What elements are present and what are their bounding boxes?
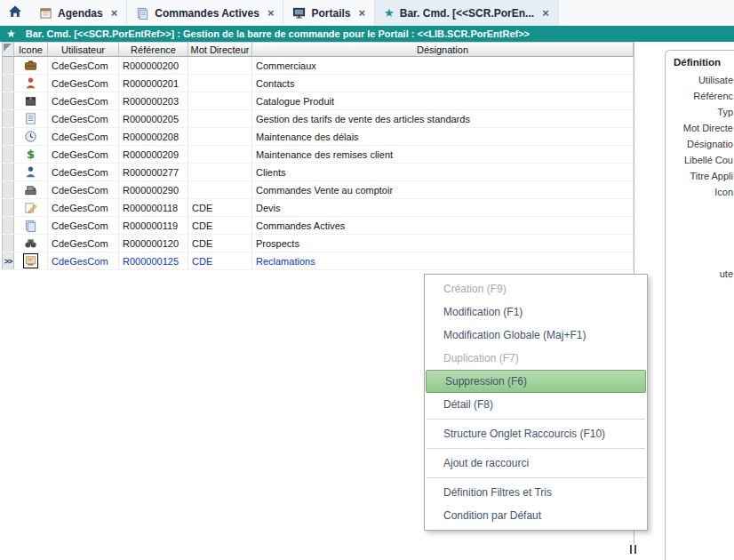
cell-reference[interactable]: R000000208 (119, 128, 188, 145)
table-row-contacts[interactable]: CdeGesComR000000201Contacts (2, 75, 634, 92)
cell-keyword[interactable]: CDE (188, 252, 252, 269)
table-row-commandes-actives[interactable]: CdeGesComR000000119CDECommandes Actives (2, 217, 634, 235)
tab-close-icon[interactable]: × (542, 7, 549, 19)
table-row-clients[interactable]: CdeGesComR000000277Clients (2, 164, 634, 181)
cell-user[interactable]: CdeGesCom (48, 128, 119, 145)
cell-keyword[interactable] (188, 75, 252, 92)
cell-designation[interactable]: Maintenance des remises client (252, 146, 634, 163)
cell-designation[interactable]: Reclamations (252, 252, 634, 269)
row-selector[interactable] (2, 57, 14, 74)
row-icon-cell[interactable] (14, 199, 48, 216)
column-header-mot-directeur[interactable]: Mot Directeur (188, 42, 252, 57)
row-selector[interactable]: >> (2, 252, 14, 269)
row-selector[interactable] (2, 128, 14, 145)
row-selector[interactable] (2, 235, 14, 252)
table-row-devis[interactable]: CdeGesComR000000118CDEDevis (2, 199, 634, 217)
cell-keyword[interactable]: CDE (188, 199, 252, 216)
cell-designation[interactable]: Commandes Vente au comptoir (252, 181, 634, 198)
cell-user[interactable]: CdeGesCom (48, 217, 119, 234)
menu-item-structure-onglet-raccourcis-f10[interactable]: Structure Onglet Raccourcis (F10) (425, 422, 647, 445)
menu-item-detail-f8[interactable]: Détail (F8) (425, 393, 647, 416)
grid-corner-cell[interactable] (2, 42, 14, 57)
table-row-prospects[interactable]: CdeGesComR000000120CDEProspects (2, 235, 634, 252)
cell-reference[interactable]: R000000118 (119, 199, 188, 216)
column-header-designation[interactable]: Désignation (252, 42, 634, 57)
cell-designation[interactable]: Catalogue Produit (252, 92, 634, 109)
table-row-maintenance-des-remises-client[interactable]: $CdeGesComR000000209Maintenance des remi… (2, 146, 634, 164)
row-icon-cell[interactable] (14, 217, 48, 234)
row-icon-cell[interactable] (14, 110, 48, 127)
row-selector[interactable] (2, 92, 14, 109)
cell-designation[interactable]: Gestion des tarifs de vente des articles… (252, 110, 634, 127)
column-header-icone[interactable]: Icone (14, 42, 48, 57)
row-selector[interactable] (2, 217, 14, 234)
cell-designation[interactable]: Contacts (252, 75, 634, 92)
cell-reference[interactable]: R000000203 (119, 92, 188, 109)
tab-agendas[interactable]: Agendas× (30, 0, 127, 26)
cell-designation[interactable]: Prospects (252, 235, 634, 252)
tab-bar-cmd-scr-poren[interactable]: ★Bar. Cmd. [<<SCR.PorEn...× (375, 0, 559, 26)
row-icon-cell[interactable]: $ (14, 146, 48, 163)
cell-reference[interactable]: R000000200 (119, 57, 188, 74)
cell-reference[interactable]: R000000209 (119, 146, 188, 163)
cell-reference[interactable]: R000000277 (119, 164, 188, 180)
column-header-utilisateur[interactable]: Utilisateur (48, 42, 119, 57)
row-selector[interactable] (2, 110, 14, 127)
cell-keyword[interactable] (188, 146, 252, 163)
tab-portails[interactable]: Portails× (283, 0, 375, 26)
cell-keyword[interactable] (188, 181, 252, 198)
row-selector[interactable] (2, 164, 14, 180)
tab-commandes-actives[interactable]: Commandes Actives× (127, 0, 283, 26)
cell-user[interactable]: CdeGesCom (48, 146, 119, 163)
cell-user[interactable]: CdeGesCom (48, 235, 119, 252)
cell-reference[interactable]: R000000125 (119, 252, 188, 269)
cell-keyword[interactable]: CDE (188, 217, 252, 234)
row-icon-cell[interactable] (14, 128, 48, 145)
row-selector[interactable] (2, 146, 14, 163)
home-button[interactable] (0, 0, 30, 26)
table-row-catalogue-produit[interactable]: CdeGesComR000000203Catalogue Produit (2, 92, 634, 110)
menu-item-suppression-f6[interactable]: Suppression (F6) (426, 370, 646, 393)
cell-keyword[interactable] (188, 110, 252, 127)
cell-reference[interactable]: R000000120 (119, 235, 188, 252)
row-icon-cell[interactable] (14, 164, 48, 180)
tab-close-icon[interactable]: × (359, 7, 366, 19)
cell-reference[interactable]: R000000201 (119, 75, 188, 92)
row-selector[interactable] (2, 181, 14, 198)
cell-user[interactable]: CdeGesCom (48, 252, 119, 269)
row-selector[interactable] (2, 75, 14, 92)
cell-designation[interactable]: Commerciaux (252, 57, 634, 74)
cell-designation[interactable]: Devis (252, 199, 634, 216)
cell-user[interactable]: CdeGesCom (48, 199, 119, 216)
cell-user[interactable]: CdeGesCom (48, 110, 119, 127)
row-icon-cell[interactable] (14, 181, 48, 198)
row-icon-cell[interactable] (14, 92, 48, 109)
splitter-grip[interactable] (626, 544, 639, 554)
cell-user[interactable]: CdeGesCom (48, 181, 119, 198)
cell-designation[interactable]: Maintenance des délais (252, 128, 634, 145)
cell-reference[interactable]: R000000119 (119, 217, 188, 234)
row-selector[interactable] (2, 199, 14, 216)
cell-keyword[interactable]: CDE (188, 235, 252, 252)
table-row-gestion-des-tarifs-de-vente-des-articles-standards[interactable]: CdeGesComR000000205Gestion des tarifs de… (2, 110, 634, 128)
row-icon-cell[interactable] (14, 252, 48, 269)
row-icon-cell[interactable] (14, 75, 48, 92)
table-row-commerciaux[interactable]: CdeGesComR000000200Commerciaux (2, 57, 634, 75)
tab-close-icon[interactable]: × (267, 7, 275, 19)
cell-user[interactable]: CdeGesCom (48, 164, 119, 180)
row-icon-cell[interactable] (14, 57, 48, 74)
row-icon-cell[interactable] (14, 235, 48, 252)
cell-reference[interactable]: R000000290 (119, 181, 188, 198)
table-row-reclamations[interactable]: >>CdeGesComR000000125CDEReclamations (2, 252, 634, 270)
cell-user[interactable]: CdeGesCom (48, 57, 119, 74)
menu-item-condition-par-defaut[interactable]: Condition par Défaut (425, 504, 647, 527)
cell-keyword[interactable] (188, 92, 252, 109)
menu-item-ajout-de-raccourci[interactable]: Ajout de raccourci (425, 452, 647, 475)
cell-designation[interactable]: Commandes Actives (252, 217, 634, 234)
column-header-reference[interactable]: Référence (119, 42, 188, 57)
cell-reference[interactable]: R000000205 (119, 110, 188, 127)
cell-user[interactable]: CdeGesCom (48, 75, 119, 92)
table-row-commandes-vente-au-comptoir[interactable]: CdeGesComR000000290Commandes Vente au co… (2, 181, 634, 199)
table-row-maintenance-des-delais[interactable]: CdeGesComR000000208Maintenance des délai… (2, 128, 634, 146)
cell-designation[interactable]: Clients (252, 164, 634, 180)
